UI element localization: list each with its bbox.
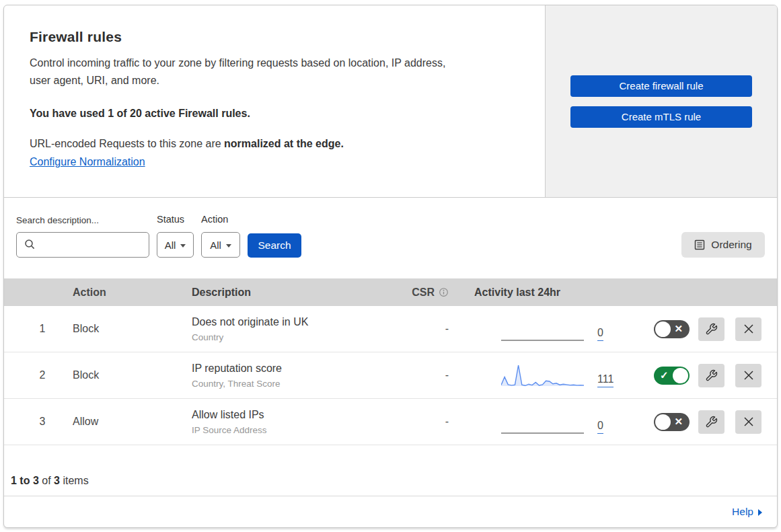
sparkline-chart xyxy=(501,363,584,387)
rule-controls: ✓ xyxy=(630,364,777,387)
delete-rule-button[interactable] xyxy=(735,317,761,341)
table-footer: 1 to 3 of 3 items xyxy=(4,445,777,496)
overview-section: Firewall rules Control incoming traffic … xyxy=(4,5,777,198)
action-select[interactable]: All xyxy=(201,232,240,258)
status-value: All xyxy=(165,239,176,251)
search-icon xyxy=(24,239,36,250)
wrench-icon xyxy=(705,323,718,336)
action-value: All xyxy=(210,239,221,251)
delete-rule-button[interactable] xyxy=(735,364,761,387)
rule-description-cell: Does not originate in UK Country xyxy=(192,316,384,342)
caret-right-icon xyxy=(758,509,762,516)
rule-description-cell: IP reputation score Country, Threat Scor… xyxy=(192,363,384,389)
firewall-rules-card: Firewall rules Control incoming traffic … xyxy=(3,5,778,528)
rule-criteria: Country, Threat Score xyxy=(192,379,384,389)
rule-criteria: Country xyxy=(192,332,384,342)
table-row: 1 Block Does not originate in UK Country… xyxy=(4,306,777,352)
items-range: 1 to 3 of 3 items xyxy=(11,475,89,487)
chevron-down-icon xyxy=(180,244,186,248)
rule-priority: 1 xyxy=(4,323,73,335)
search-input-wrap xyxy=(16,232,149,258)
page-description: Control incoming traffic to your zone by… xyxy=(30,54,466,89)
rule-priority: 2 xyxy=(4,369,73,381)
rule-action: Block xyxy=(73,369,192,381)
check-mark-icon: ✓ xyxy=(660,369,669,381)
col-csr: CSR xyxy=(384,287,449,299)
wrench-icon xyxy=(705,369,718,382)
configure-normalization-link[interactable]: Configure Normalization xyxy=(30,156,145,168)
rule-csr: - xyxy=(384,416,449,428)
rule-activity-cell: 0 xyxy=(449,410,630,434)
search-label: Search description... xyxy=(16,215,149,225)
normalization-bold: normalized at the edge. xyxy=(224,138,344,149)
rule-description-cell: Allow listed IPs IP Source Address xyxy=(192,409,384,435)
search-group: Search description... xyxy=(16,215,149,258)
normalization-line: URL-encoded Requests to this zone are no… xyxy=(30,138,518,150)
col-description: Description xyxy=(192,287,384,299)
info-icon[interactable] xyxy=(439,287,449,297)
rule-description: Allow listed IPs xyxy=(192,409,384,421)
help-bar: Help xyxy=(4,496,777,527)
sparkline-flat xyxy=(501,317,584,341)
enable-toggle[interactable]: ✓ xyxy=(654,367,690,385)
x-mark-icon: ✕ xyxy=(674,323,683,335)
rule-controls: ✕ xyxy=(630,317,777,341)
page-title: Firewall rules xyxy=(30,29,518,45)
activity-count-link[interactable]: 111 xyxy=(597,374,613,387)
list-icon xyxy=(694,239,705,250)
overview-text: Firewall rules Control incoming traffic … xyxy=(4,5,545,197)
actions-panel: Create firewall rule Create mTLS rule xyxy=(545,5,777,197)
close-icon xyxy=(743,324,754,334)
table-row: 3 Allow Allow listed IPs IP Source Addre… xyxy=(4,399,777,445)
rule-controls: ✕ xyxy=(630,410,777,434)
activity-count-link[interactable]: 0 xyxy=(597,420,603,434)
sparkline-flat xyxy=(501,410,584,434)
search-input[interactable] xyxy=(16,232,149,258)
rule-activity-cell: 0 xyxy=(449,317,630,341)
rule-action: Allow xyxy=(73,416,192,428)
status-select[interactable]: All xyxy=(157,232,194,258)
wrench-icon xyxy=(705,416,718,428)
filter-bar: Search description... Status All Action … xyxy=(4,198,777,278)
action-group: Action All xyxy=(201,214,240,258)
edit-rule-button[interactable] xyxy=(698,317,724,341)
chevron-down-icon xyxy=(226,244,231,248)
rule-criteria: IP Source Address xyxy=(192,425,384,435)
ordering-button[interactable]: Ordering xyxy=(681,232,765,258)
rule-description: Does not originate in UK xyxy=(192,316,384,328)
help-link[interactable]: Help xyxy=(732,506,762,518)
close-icon xyxy=(743,370,754,381)
col-activity: Activity last 24hr xyxy=(449,287,630,299)
toggle-knob xyxy=(673,368,688,383)
edit-rule-button[interactable] xyxy=(698,410,724,434)
edit-rule-button[interactable] xyxy=(698,364,724,387)
rule-activity-cell: 111 xyxy=(449,363,630,387)
rule-description: IP reputation score xyxy=(192,363,384,375)
create-firewall-rule-button[interactable]: Create firewall rule xyxy=(570,75,752,97)
ordering-label: Ordering xyxy=(711,239,751,251)
status-label: Status xyxy=(157,214,194,225)
action-label: Action xyxy=(201,214,240,225)
search-button[interactable]: Search xyxy=(248,233,301,258)
usage-line: You have used 1 of 20 active Firewall ru… xyxy=(30,108,518,120)
col-action: Action xyxy=(73,287,192,299)
normalization-prefix: URL-encoded Requests to this zone are xyxy=(30,138,224,149)
activity-count-link[interactable]: 0 xyxy=(597,328,603,341)
rule-action: Block xyxy=(73,323,192,335)
delete-rule-button[interactable] xyxy=(735,410,761,434)
help-label: Help xyxy=(732,506,753,518)
create-mtls-rule-button[interactable]: Create mTLS rule xyxy=(570,106,752,128)
csr-label: CSR xyxy=(412,287,435,298)
enable-toggle[interactable]: ✕ xyxy=(654,413,690,431)
rule-csr: - xyxy=(384,323,449,335)
status-group: Status All xyxy=(157,214,194,258)
table-row: 2 Block IP reputation score Country, Thr… xyxy=(4,352,777,399)
toggle-knob xyxy=(655,321,671,337)
rule-priority: 3 xyxy=(4,416,73,428)
close-icon xyxy=(743,416,754,427)
rule-csr: - xyxy=(384,369,449,381)
enable-toggle[interactable]: ✕ xyxy=(654,320,690,338)
activity-sparkline xyxy=(501,363,584,387)
table-header: Action Description CSR Activity last 24h… xyxy=(4,278,777,306)
x-mark-icon: ✕ xyxy=(674,416,683,428)
